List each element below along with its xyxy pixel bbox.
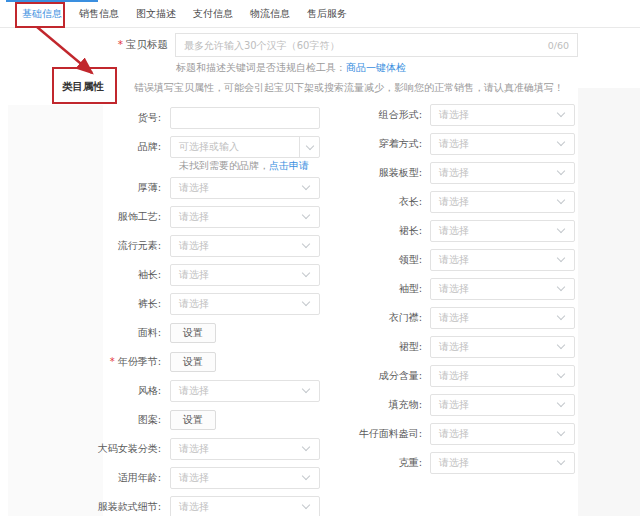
title-helper-text: 标题和描述关键词是否违规自检工具：商品一键体检	[176, 61, 406, 75]
product-title-input[interactable]	[176, 40, 548, 51]
field-select[interactable]: 请选择	[430, 133, 575, 155]
settings-button[interactable]: 设置	[170, 323, 216, 343]
select-placeholder: 请选择	[431, 311, 469, 325]
tab-item[interactable]: 图文描述	[136, 7, 176, 21]
field-label: 大码女装分类:	[0, 442, 170, 456]
product-title-field[interactable]: 0/60	[175, 33, 578, 57]
field-select[interactable]: 请选择	[170, 496, 320, 516]
field-label: 面料:	[0, 326, 170, 340]
field-select[interactable]: 请选择	[430, 220, 575, 242]
select-placeholder: 请选择	[431, 427, 469, 441]
tab-item[interactable]: 物流信息	[250, 7, 290, 21]
tab-item[interactable]: 基础信息	[22, 7, 62, 21]
field-select[interactable]: 请选择	[430, 162, 575, 184]
select-placeholder: 请选择	[171, 210, 209, 224]
field-label: 服装款式细节:	[0, 500, 170, 514]
chevron-down-icon	[557, 457, 565, 465]
category-attributes-description: 错误填写宝贝属性，可能会引起宝贝下架或搜索流量减少，影响您的正常销售，请认真准确…	[134, 81, 584, 95]
field-label: 克重:	[250, 456, 430, 470]
field-label: 适用年龄:	[0, 471, 170, 485]
select-placeholder: 请选择	[431, 340, 469, 354]
field-label: 裙型:	[250, 340, 430, 354]
self-check-link[interactable]: 商品一键体检	[346, 62, 406, 73]
select-placeholder: 请选择	[171, 471, 209, 485]
field-label: 裤长:	[0, 297, 170, 311]
field-label: 图案:	[0, 413, 170, 427]
field-select[interactable]: 请选择	[430, 336, 575, 358]
field-label: 厚薄:	[0, 181, 170, 195]
select-placeholder: 请选择	[171, 500, 209, 514]
required-asterisk: *	[110, 356, 115, 367]
select-placeholder: 请选择	[431, 195, 469, 209]
select-placeholder: 请选择	[431, 398, 469, 412]
field-label: 袖长:	[0, 268, 170, 282]
chevron-down-icon	[557, 196, 565, 204]
form-field-row: 组合形式:请选择	[250, 104, 590, 126]
field-select[interactable]: 请选择	[430, 365, 575, 387]
select-placeholder: 请选择	[431, 253, 469, 267]
chevron-down-icon	[557, 254, 565, 262]
settings-button[interactable]: 设置	[170, 410, 216, 430]
field-label: *年份季节:	[0, 355, 170, 369]
field-label: 衣长:	[250, 195, 430, 209]
chevron-down-icon	[557, 109, 565, 117]
chevron-down-icon	[557, 428, 565, 436]
field-label: 服饰工艺:	[0, 210, 170, 224]
field-label: 填充物:	[250, 398, 430, 412]
field-label: 流行元素:	[0, 239, 170, 253]
field-label: 服装板型:	[250, 166, 430, 180]
select-placeholder: 请选择	[171, 181, 209, 195]
field-label: 成分含量:	[250, 369, 430, 383]
field-select[interactable]: 请选择	[430, 423, 575, 445]
field-select[interactable]: 请选择	[430, 104, 575, 126]
tab-item[interactable]: 售后服务	[307, 7, 347, 21]
form-field-row: 克重:请选择	[250, 452, 590, 474]
form-field-row: 衣门襟:请选择	[250, 307, 590, 329]
form-field-row: 裙型:请选择	[250, 336, 590, 358]
select-placeholder: 请选择	[171, 239, 209, 253]
settings-button[interactable]: 设置	[170, 352, 216, 372]
field-label: 货号:	[0, 111, 170, 125]
tab-item[interactable]: 销售信息	[79, 7, 119, 21]
field-select[interactable]: 请选择	[430, 278, 575, 300]
field-label: 穿着方式:	[250, 137, 430, 151]
select-placeholder: 请选择	[171, 384, 209, 398]
select-placeholder: 请选择	[431, 369, 469, 383]
combobox-placeholder: 可选择或输入	[171, 140, 239, 154]
form-field-row: 穿着方式:请选择	[250, 133, 590, 155]
chevron-down-icon	[557, 167, 565, 175]
field-label: 衣门襟:	[250, 311, 430, 325]
product-title-label: *宝贝标题	[0, 38, 168, 52]
form-field-row: 裙长:请选择	[250, 220, 590, 242]
form-column-right: 组合形式:请选择穿着方式:请选择服装板型:请选择衣长:请选择裙长:请选择领型:请…	[250, 104, 590, 481]
field-select[interactable]: 请选择	[430, 394, 575, 416]
field-select[interactable]: 请选择	[430, 249, 575, 271]
chevron-down-icon	[557, 341, 565, 349]
field-select[interactable]: 请选择	[430, 452, 575, 474]
field-label: 领型:	[250, 253, 430, 267]
tab-item[interactable]: 支付信息	[193, 7, 233, 21]
field-label: 组合形式:	[250, 108, 430, 122]
chevron-down-icon	[557, 225, 565, 233]
field-label: 品牌:	[0, 140, 170, 154]
chevron-down-icon	[557, 370, 565, 378]
select-placeholder: 请选择	[431, 456, 469, 470]
form-field-row: 袖型:请选择	[250, 278, 590, 300]
field-select[interactable]: 请选择	[430, 307, 575, 329]
form-field-row: 牛仔面料盎司:请选择	[250, 423, 590, 445]
chevron-down-icon	[557, 283, 565, 291]
form-field-row: 成分含量:请选择	[250, 365, 590, 387]
select-placeholder: 请选择	[171, 268, 209, 282]
select-placeholder: 请选择	[431, 224, 469, 238]
form-field-row: 领型:请选择	[250, 249, 590, 271]
chevron-down-icon	[557, 138, 565, 146]
field-select[interactable]: 请选择	[430, 191, 575, 213]
form-field-row: 服装板型:请选择	[250, 162, 590, 184]
form-field-row: 填充物:请选择	[250, 394, 590, 416]
category-attributes-label: 类目属性	[62, 80, 104, 94]
chevron-down-icon	[302, 501, 310, 509]
select-placeholder: 请选择	[171, 442, 209, 456]
required-asterisk: *	[118, 38, 123, 50]
active-tab-indicator	[6, 0, 98, 2]
product-edit-page: 基础信息销售信息图文描述支付信息物流信息售后服务 *宝贝标题 0/60 标题和描…	[0, 0, 640, 516]
